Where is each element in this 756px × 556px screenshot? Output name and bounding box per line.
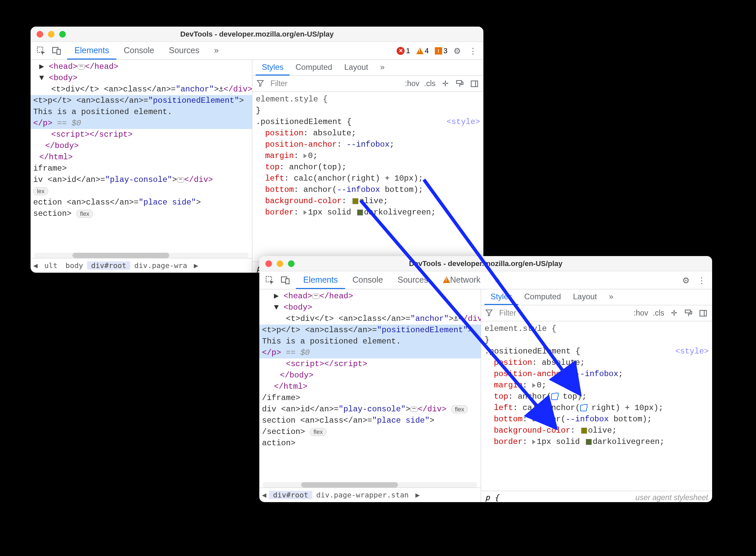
panel-icon[interactable] — [698, 308, 708, 318]
breadcrumb-item[interactable]: div#root — [87, 262, 130, 270]
source-link[interactable]: <style> — [446, 116, 480, 128]
tab-console[interactable]: Console — [116, 42, 161, 60]
property-name[interactable]: margin — [265, 151, 294, 160]
property-value[interactable]: calc(anchor( — [523, 403, 580, 412]
tab-elements[interactable]: Elements — [296, 271, 345, 289]
chevron-icon[interactable]: ◀ — [259, 491, 269, 499]
subtab-computed[interactable]: Computed — [290, 60, 338, 75]
breadcrumb-item[interactable]: div.page-wrapper.stan — [312, 491, 412, 499]
link-icon[interactable] — [580, 405, 587, 411]
kebab-icon[interactable]: ⋮ — [697, 276, 707, 285]
new-style-button[interactable]: ✛ — [440, 79, 450, 89]
property-name[interactable]: border — [494, 437, 522, 446]
subtab-layout[interactable]: Layout — [338, 60, 374, 75]
inspect-icon[interactable] — [265, 276, 275, 285]
dom-node[interactable]: </html> — [262, 381, 481, 392]
close-icon[interactable] — [37, 31, 43, 38]
property-value[interactable]: --infobox — [575, 370, 618, 378]
dom-node[interactable]: /section> flex — [262, 426, 481, 438]
dom-node[interactable]: <t>p</t> <an>class</an>="positionedEleme… — [31, 95, 252, 106]
dom-node[interactable]: <t>div</t> <an>class</an>="anchor">⚓</di… — [33, 84, 252, 95]
ellipsis-icon[interactable]: ⋯ — [410, 407, 418, 412]
kebab-icon[interactable]: ⋮ — [469, 46, 478, 56]
filter-input[interactable]: Filter — [270, 79, 330, 88]
dom-node[interactable]: </p> == $0 — [259, 347, 481, 358]
ellipsis-icon[interactable]: ⋯ — [77, 64, 85, 69]
dom-node[interactable]: div <an>id</an>="play-console">⋯</div> f… — [262, 404, 481, 415]
expand-icon[interactable] — [532, 440, 536, 444]
element-style-header[interactable]: element.style { — [484, 323, 709, 335]
scrollbar-thumb[interactable] — [301, 482, 398, 487]
property-name[interactable]: top — [494, 392, 508, 401]
property-name[interactable]: left — [265, 174, 284, 183]
dom-node[interactable]: ▶ <head>⋯</head> — [262, 291, 481, 302]
dom-node[interactable]: This is a positioned element. — [259, 336, 481, 347]
hov-toggle[interactable]: :hov — [634, 309, 648, 318]
property-value[interactable]: anchor( — [532, 415, 566, 424]
dom-node[interactable]: <t>p</t> <an>class</an>="positionedEleme… — [259, 324, 481, 336]
property-name[interactable]: left — [494, 403, 513, 412]
property-value[interactable]: anchor(top) — [289, 163, 341, 172]
subtab-styles[interactable]: Styles — [256, 60, 289, 75]
expand-icon[interactable] — [532, 383, 536, 388]
property-value[interactable]: bottom) — [609, 415, 647, 424]
close-icon[interactable] — [265, 260, 272, 267]
property-value[interactable]: top) — [558, 392, 582, 401]
ellipsis-icon[interactable]: ⋯ — [312, 293, 320, 299]
css-declaration[interactable]: bottom: anchor(--infobox bottom); — [484, 414, 709, 425]
expand-icon[interactable] — [303, 153, 307, 158]
subtab-styles[interactable]: Styles — [484, 289, 518, 305]
property-value[interactable]: absolute — [542, 358, 580, 367]
subtab-computed[interactable]: Computed — [518, 289, 567, 305]
dom-node[interactable]: ▶ <head>⋯</head> — [33, 61, 252, 72]
property-name[interactable]: margin — [494, 381, 522, 390]
scrollbar-thumb[interactable] — [72, 253, 169, 258]
subtab-layout[interactable]: Layout — [567, 289, 603, 305]
dom-tree[interactable]: ▶ <head>⋯</head>▼ <body><t>div</t> <an>c… — [31, 60, 252, 252]
breadcrumb-item[interactable]: ult — [40, 262, 62, 270]
property-value[interactable]: 0 — [537, 381, 542, 390]
property-name[interactable]: position-anchor — [494, 370, 566, 378]
device-icon[interactable] — [281, 276, 290, 285]
filter-icon[interactable] — [485, 309, 494, 318]
property-name[interactable]: background-color — [494, 426, 570, 435]
breadcrumb[interactable]: ◀div#rootdiv.page-wrapper.stan▶ — [259, 487, 481, 502]
css-declaration[interactable]: position: absolute; — [484, 357, 709, 369]
styles-rules[interactable]: element.style {}.positionedElement {<sty… — [252, 92, 483, 262]
filter-input[interactable]: Filter — [499, 309, 559, 318]
more-subtabs-button[interactable]: » — [374, 60, 391, 75]
color-swatch[interactable] — [352, 198, 358, 204]
element-style-header[interactable]: element.style { — [256, 94, 480, 105]
dom-node[interactable]: iframe> — [33, 163, 252, 174]
property-value[interactable]: --infobox — [337, 185, 380, 194]
chevron-icon[interactable]: ▶ — [191, 262, 201, 270]
tab-sources[interactable]: Sources — [161, 42, 207, 60]
property-value[interactable]: absolute — [313, 129, 351, 138]
property-value[interactable]: bottom) — [380, 185, 418, 194]
css-declaration[interactable]: left: calc(anchor(right) + 10px); — [256, 173, 480, 184]
tab-console[interactable]: Console — [345, 271, 390, 289]
css-declaration[interactable]: top: anchor(top); — [256, 162, 480, 173]
css-declaration[interactable]: position-anchor: --infobox; — [256, 139, 480, 150]
property-name[interactable]: position-anchor — [265, 140, 337, 149]
selector[interactable]: .positionedElement { — [484, 346, 580, 357]
inspect-icon[interactable] — [37, 46, 46, 56]
css-declaration[interactable]: top: anchor( top); — [484, 391, 709, 403]
selector[interactable]: .positionedElement { — [256, 116, 351, 128]
maximize-icon[interactable] — [288, 260, 294, 267]
property-name[interactable]: bottom — [494, 415, 522, 424]
expand-icon[interactable] — [303, 210, 307, 215]
hov-toggle[interactable]: :hov — [405, 79, 419, 88]
gear-icon[interactable]: ⚙ — [454, 46, 463, 56]
property-value[interactable]: olive — [588, 426, 612, 435]
info-count[interactable]: !3 — [435, 46, 447, 55]
source-link[interactable]: <style> — [675, 346, 709, 357]
cls-toggle[interactable]: .cls — [424, 79, 436, 88]
dom-node[interactable]: </p> == $0 — [31, 118, 252, 129]
property-name[interactable]: border — [265, 208, 294, 217]
maximize-icon[interactable] — [59, 31, 66, 38]
property-value[interactable]: --infobox — [566, 415, 609, 424]
css-declaration[interactable]: margin: 0; — [484, 380, 709, 391]
dom-node[interactable]: /iframe> — [262, 392, 481, 404]
styles-rules[interactable]: element.style {}.positionedElement {<sty… — [481, 321, 712, 491]
